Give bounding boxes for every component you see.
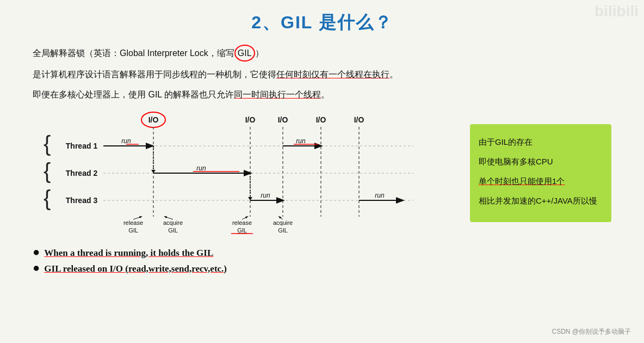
note-line-2: 即使电脑有多核CPU (479, 154, 603, 170)
svg-text:I/O: I/O (278, 115, 288, 124)
diagram-left: I/O I/O I/O I/O I/O Thread 1 run (33, 108, 459, 238)
p3-underline: 同一时间执行一个线程 (234, 90, 321, 99)
note-line-4: 相比并发加速的C++/JAVA所以慢 (479, 193, 603, 209)
svg-text:I/O: I/O (148, 115, 159, 124)
note-box: 由于GIL的存在 即使电脑有多核CPU 单个时刻也只能使用1个 相比并发加速的C… (470, 124, 611, 222)
thread-diagram: I/O I/O I/O I/O I/O Thread 1 run (33, 108, 430, 238)
bullet-2-underline: GIL released on I/O (read,write,send,rec… (44, 264, 227, 274)
paragraph-3: 即便在多核心处理器上，使用 GIL 的解释器也只允许同一时间执行一个线程。 (33, 87, 611, 102)
paragraph-2: 是计算机程序设计语言解释器用于同步线程的一种机制，它使得任何时刻仅有一个线程在执… (33, 67, 611, 82)
note-line-3: 单个时刻也只能使用1个 (479, 173, 603, 189)
svg-text:{: { (44, 159, 51, 183)
svg-text:run: run (375, 192, 385, 199)
svg-text:I/O: I/O (245, 115, 256, 124)
svg-text:GIL: GIL (237, 227, 247, 234)
svg-text:{: { (44, 132, 51, 156)
bullet-item-2: ● GIL released on I/O (read,write,send,r… (33, 262, 611, 274)
svg-text:run: run (261, 192, 270, 199)
p2-text: 是计算机程序设计语言解释器用于同步线程的一种机制，它使得任何时刻仅有一个线程在执… (33, 70, 398, 79)
bullet-item-1: ● When a thread is running, it holds the… (33, 246, 611, 259)
svg-text:Thread 1: Thread 1 (66, 142, 98, 150)
svg-text:acquire: acquire (273, 219, 293, 226)
svg-text:Thread 2: Thread 2 (66, 169, 98, 177)
svg-text:run: run (121, 137, 131, 145)
gil-circle-annotation: GIL (234, 45, 255, 62)
bullet-1-underline: When a thread is running, it holds the G… (44, 248, 213, 258)
p2-underline: 任何时刻仅有一个线程在执行 (276, 70, 389, 79)
bullet-text-1: When a thread is running, it holds the G… (44, 248, 213, 259)
svg-text:release: release (232, 219, 252, 226)
csdn-label: CSDN @你别说予多动脑子 (552, 327, 631, 336)
p3-text: 即便在多核心处理器上，使用 GIL 的解释器也只允许同一时间执行一个线程。 (33, 90, 330, 99)
note-line-3-underline: 单个时刻也只能使用1个 (479, 176, 565, 186)
svg-text:I/O: I/O (316, 115, 326, 124)
svg-text:acquire: acquire (163, 219, 183, 226)
diagram-area: I/O I/O I/O I/O I/O Thread 1 run (33, 108, 611, 238)
bullet-dot-2: ● (33, 262, 40, 274)
slide: bilibili 2、GIL 是什么？ 全局解释器锁（英语：Global Int… (0, 0, 644, 343)
p1-text: 全局解释器锁（英语：Global Interpreter Lock，缩写GIL） (33, 48, 264, 58)
svg-text:Thread 3: Thread 3 (66, 196, 98, 205)
paragraph-1: 全局解释器锁（英语：Global Interpreter Lock，缩写GIL） (33, 45, 611, 62)
svg-text:run: run (196, 164, 206, 172)
svg-text:release: release (123, 219, 143, 226)
note-line-1: 由于GIL的存在 (479, 134, 603, 150)
svg-text:I/O: I/O (354, 115, 364, 124)
svg-text:run: run (296, 137, 306, 145)
svg-text:GIL: GIL (168, 227, 178, 234)
svg-text:GIL: GIL (278, 227, 288, 234)
bullets-section: ● When a thread is running, it holds the… (33, 246, 611, 274)
svg-text:GIL: GIL (128, 227, 138, 234)
slide-title: 2、GIL 是什么？ (33, 11, 611, 35)
bullet-dot-1: ● (33, 246, 40, 258)
bullet-text-2: GIL released on I/O (read,write,send,rec… (44, 264, 227, 274)
svg-text:{: { (44, 186, 51, 210)
